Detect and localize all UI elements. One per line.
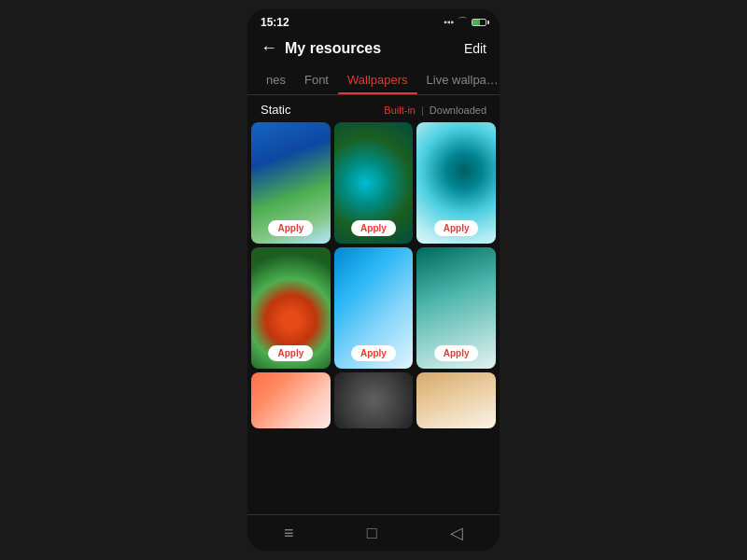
filter-builtin[interactable]: Built-in [384,105,416,116]
apply-button-1[interactable]: Apply [268,220,313,236]
status-bar: 15:12 ▪▪▪ ⌒ [247,9,500,33]
wallpaper-grid: Apply Apply Apply [247,122,500,247]
filter-options: Built-in | Downloaded [384,105,486,116]
tab-themes[interactable]: nes [257,65,295,94]
battery-icon [472,19,486,26]
battery-fill [472,20,480,25]
back-button[interactable]: ← [261,38,277,58]
nav-back-icon[interactable]: ◁ [450,523,463,543]
apply-button-6[interactable]: Apply [434,345,479,361]
edit-button[interactable]: Edit [464,41,486,56]
status-icons: ▪▪▪ ⌒ [444,15,486,29]
wallpaper-item-5[interactable]: Apply [334,247,414,369]
apply-button-5[interactable]: Apply [351,345,396,361]
section-label: Static [261,103,291,117]
tab-bar: nes Font Wallpapers Live wallpa… [247,65,500,95]
header: ← My resources Edit [247,33,500,65]
section-header: Static Built-in | Downloaded [247,95,500,122]
wallpaper-item-6[interactable]: Apply [416,247,496,369]
apply-button-4[interactable]: Apply [268,345,313,361]
tab-live-wallpapers[interactable]: Live wallpa… [417,65,500,94]
wallpaper-item-7[interactable] [251,372,331,428]
wallpaper-grid-row2: Apply Apply Apply [247,247,500,372]
bottom-nav: ≡ □ ◁ [247,514,500,551]
signal-icon: ▪▪▪ [444,17,454,27]
wallpaper-item-8[interactable] [334,372,414,428]
status-time: 15:12 [261,16,289,29]
filter-divider: | [421,105,424,116]
apply-button-3[interactable]: Apply [434,220,479,236]
wallpaper-item-9[interactable] [416,372,496,428]
wallpaper-partial-row [247,372,500,432]
wallpaper-item-1[interactable]: Apply [251,122,331,244]
wallpaper-item-4[interactable]: Apply [251,247,331,369]
nav-menu-icon[interactable]: ≡ [284,524,294,543]
page-title: My resources [285,40,381,57]
nav-home-icon[interactable]: □ [367,524,377,543]
wallpaper-item-3[interactable]: Apply [416,122,496,244]
tab-font[interactable]: Font [295,65,338,94]
content-area: Static Built-in | Downloaded Apply Apply… [247,95,500,514]
tab-wallpapers[interactable]: Wallpapers [338,65,417,94]
wifi-icon: ⌒ [458,15,468,29]
apply-button-2[interactable]: Apply [351,220,396,236]
header-left: ← My resources [261,38,381,58]
filter-downloaded[interactable]: Downloaded [430,105,486,116]
phone-container: 15:12 ▪▪▪ ⌒ ← My resources Edit nes Font… [247,9,500,551]
wallpaper-item-2[interactable]: Apply [334,122,414,244]
